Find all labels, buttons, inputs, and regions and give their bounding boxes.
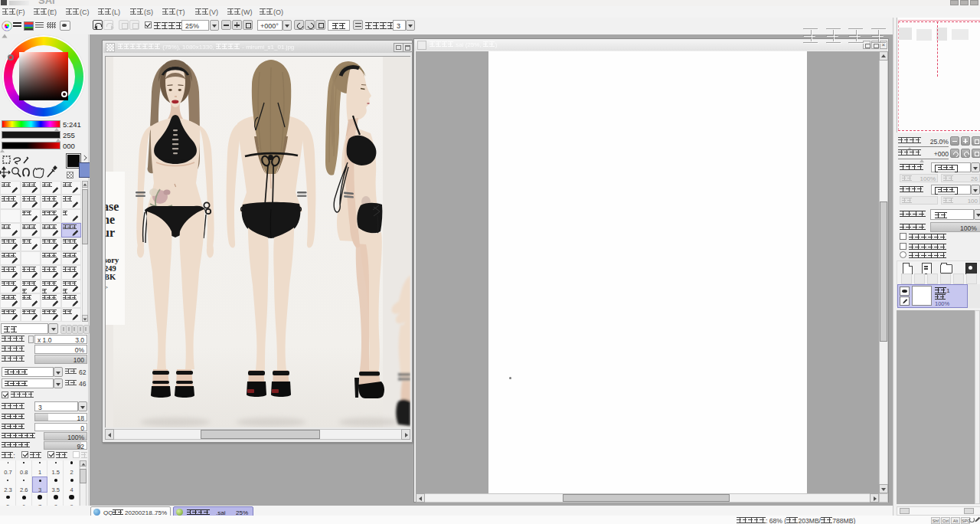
svg-text:sory: sory	[106, 256, 119, 264]
svg-text:ne: ne	[106, 213, 115, 226]
svg-text:ur: ur	[106, 226, 115, 239]
svg-text:>: >	[106, 283, 108, 291]
svg-text:ase: ase	[106, 200, 119, 213]
svg-text:BK: BK	[106, 273, 116, 281]
svg-text:249: 249	[106, 264, 116, 273]
